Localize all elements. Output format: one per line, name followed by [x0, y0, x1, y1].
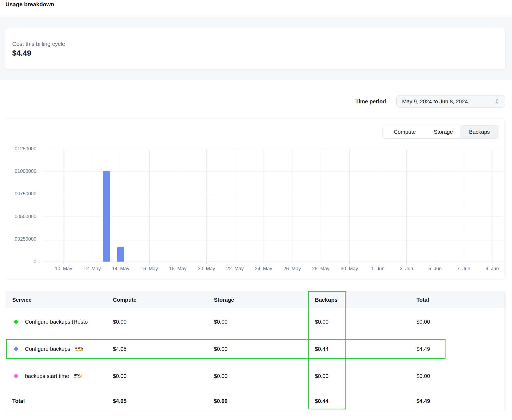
column-header-compute: Compute [113, 297, 137, 303]
aws-logo-icon: aws [74, 345, 84, 352]
horizontal-gridline [42, 217, 502, 217]
cost-summary-card: Cost this billing cycle $4.49 [5, 28, 505, 70]
storage-value: $0.00 [214, 373, 227, 379]
usage-bar [103, 171, 110, 262]
vertical-gridline [121, 149, 121, 262]
vertical-gridline [464, 149, 464, 262]
column-header-total: Total [416, 297, 429, 303]
x-axis-tickmark [121, 262, 121, 264]
table-row: Configure backups aws $4.05 $0.00 $0.44 … [5, 335, 505, 362]
total-row-label: Total [12, 398, 25, 404]
x-axis-tickmark [435, 262, 435, 264]
tab-backups[interactable]: Backups [460, 125, 499, 138]
vertical-gridline [349, 149, 350, 262]
svg-text:aws: aws [75, 345, 83, 350]
total-compute-value: $4.05 [113, 398, 127, 404]
usage-table-card: Service Compute Storage Backups Total Co… [5, 291, 505, 412]
service-name: backups start time [25, 373, 69, 379]
tab-storage[interactable]: Storage [427, 125, 460, 138]
vertical-gridline [92, 149, 92, 262]
y-axis-tick-label: .01250000 [5, 146, 36, 152]
usage-chart-card: Compute Storage Backups .01250000.010000… [5, 119, 505, 279]
table-total-row: Total $4.05 $0.00 $0.44 $4.49 [5, 390, 505, 412]
vertical-gridline [406, 149, 407, 262]
x-axis-tickmark [264, 262, 264, 264]
vertical-gridline [178, 149, 178, 262]
x-axis-tickmark [321, 262, 321, 264]
x-axis-tickmark [406, 262, 407, 264]
x-axis-tick-label: 10. May [55, 266, 72, 272]
x-axis-tick-label: 1. Jun [371, 266, 384, 272]
column-header-storage: Storage [214, 297, 234, 303]
x-axis-tickmark [378, 262, 378, 264]
table-row: backups start time aws $0.00 $0.00 $0.00… [5, 362, 505, 390]
x-axis-tickmark [235, 262, 235, 264]
x-axis-tick-label: 22. May [226, 266, 244, 272]
x-axis-tick-label: 16. May [141, 266, 158, 272]
time-period-select[interactable]: May 9, 2024 to Jun 8, 2024 [396, 95, 505, 108]
x-axis-tickmark [64, 262, 64, 264]
usage-breakdown-page: Usage breakdown Cost this billing cycle … [0, 0, 512, 420]
horizontal-gridline [42, 149, 502, 149]
compute-value: $4.05 [113, 346, 127, 352]
aws-logo-icon: aws [73, 373, 83, 380]
total-value: $0.00 [416, 319, 430, 325]
x-axis-tickmark [92, 262, 92, 264]
time-period-value: May 9, 2024 to Jun 8, 2024 [402, 98, 495, 105]
total-value: $0.00 [416, 373, 430, 379]
horizontal-gridline [42, 239, 502, 239]
chevron-up-down-icon [495, 98, 499, 105]
x-axis-tick-label: 3. Jun [400, 266, 413, 272]
time-period-label: Time period [299, 98, 386, 105]
page-title: Usage breakdown [5, 1, 54, 8]
total-backups-value: $0.44 [315, 398, 328, 404]
x-axis-line [42, 262, 502, 262]
service-name: Configure backups [25, 346, 70, 352]
table-header: Service Compute Storage Backups Total [5, 291, 505, 308]
x-axis-tick-label: 12. May [83, 266, 101, 272]
total-storage-value: $0.00 [214, 398, 227, 404]
x-axis-tick-label: 5. Jun [428, 266, 442, 272]
x-axis-tickmark [492, 262, 492, 264]
total-value: $4.49 [416, 346, 430, 352]
vertical-gridline [435, 149, 435, 262]
storage-value: $0.00 [214, 319, 227, 325]
horizontal-gridline [42, 171, 502, 171]
y-axis-tick-label: .01000000 [5, 168, 36, 174]
x-axis-tick-label: 20. May [198, 266, 215, 272]
horizontal-gridline [42, 194, 502, 194]
service-name: Configure backups (Resto [25, 319, 88, 325]
backups-value: $0.00 [315, 319, 328, 325]
backups-value: $0.44 [315, 346, 328, 352]
y-axis-tick-label: .00750000 [5, 191, 36, 197]
service-dot-icon [14, 347, 18, 351]
vertical-gridline [149, 149, 150, 262]
x-axis-tickmark [149, 262, 150, 264]
vertical-gridline [64, 149, 64, 262]
svg-text:aws: aws [74, 373, 81, 377]
vertical-gridline [235, 149, 235, 262]
vertical-gridline [292, 149, 292, 262]
x-axis-tick-label: 30. May [341, 266, 358, 272]
table-row: Configure backups (Resto aws $0.00 $0.00… [5, 308, 505, 335]
vertical-gridline [206, 149, 207, 262]
vertical-gridline [378, 149, 378, 262]
y-axis-tick-label: 0 [5, 259, 36, 265]
x-axis-tickmark [178, 262, 178, 264]
vertical-gridline [492, 149, 492, 262]
x-axis-tick-label: 18. May [169, 266, 187, 272]
chart-metric-tabs: Compute Storage Backups [383, 125, 499, 139]
y-axis-tick-label: .00500000 [5, 214, 36, 219]
x-axis-tick-label: 9. Jun [485, 266, 499, 272]
compute-value: $0.00 [113, 373, 127, 379]
total-total-value: $4.49 [416, 398, 430, 404]
column-header-service: Service [12, 297, 31, 303]
tab-compute[interactable]: Compute [383, 125, 427, 138]
cost-label: Cost this billing cycle [12, 40, 65, 47]
service-dot-icon [14, 374, 18, 378]
storage-value: $0.00 [214, 346, 227, 352]
x-axis-tick-label: 7. Jun [457, 266, 470, 272]
x-axis-tick-label: 24. May [255, 266, 272, 272]
x-axis-tick-label: 26. May [283, 266, 301, 272]
service-dot-icon [14, 320, 18, 324]
